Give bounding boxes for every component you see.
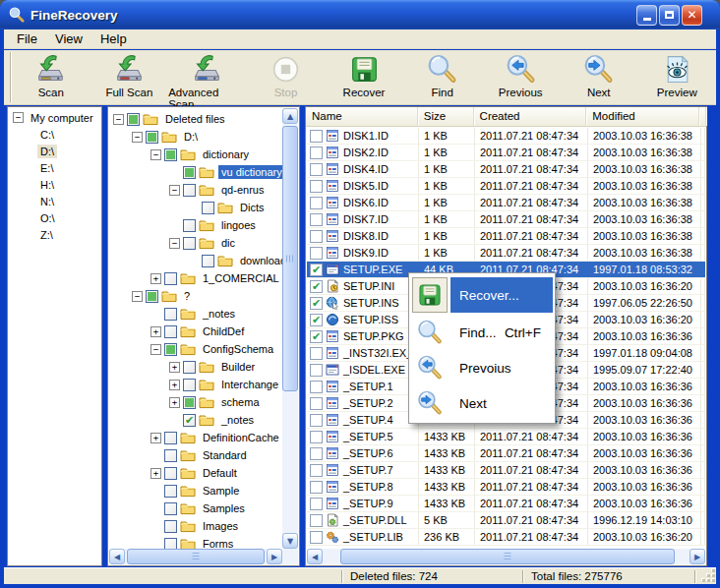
- tree-checkbox[interactable]: [164, 308, 177, 321]
- scroll-track[interactable]: [125, 549, 267, 564]
- tree-checkbox[interactable]: [202, 255, 214, 267]
- resize-grip[interactable]: [702, 569, 716, 583]
- collapse-icon[interactable]: −: [169, 185, 180, 196]
- scroll-track[interactable]: [282, 124, 298, 533]
- scroll-right-icon[interactable]: ▶: [690, 549, 705, 564]
- tree-item-my-computer[interactable]: −My computer: [8, 109, 101, 126]
- file-row-setup-6[interactable]: _SETUP.61433 KB2011.07.21 08:47:342003.1…: [307, 445, 705, 462]
- tree-checkbox[interactable]: [146, 131, 158, 144]
- context-menu-item-find[interactable]: Find...Ctrl+F: [411, 315, 553, 350]
- tree-checkbox[interactable]: [164, 449, 177, 462]
- file-checkbox[interactable]: [310, 514, 323, 527]
- file-checkbox[interactable]: [310, 147, 323, 159]
- tree-item-drive-o[interactable]: O:\: [8, 209, 101, 226]
- file-checkbox[interactable]: [310, 364, 323, 377]
- tree-item-1-comercial[interactable]: + 1_COMERCIAL: [109, 269, 282, 287]
- tree-checkbox[interactable]: [183, 166, 196, 179]
- tree-checkbox[interactable]: ✔: [183, 414, 196, 427]
- tree-checkbox[interactable]: [164, 467, 177, 480]
- file-checkbox[interactable]: [310, 481, 323, 494]
- file-checkbox[interactable]: [310, 130, 323, 143]
- tree-item-drive-d[interactable]: D:\: [8, 143, 101, 159]
- tree-checkbox[interactable]: [183, 379, 196, 391]
- scroll-thumb[interactable]: [282, 126, 298, 391]
- expand-icon[interactable]: +: [150, 326, 161, 337]
- tree-item-configschema[interactable]: − ConfigSchema: [109, 340, 282, 358]
- column-header-size[interactable]: Size: [418, 107, 474, 126]
- column-header-created[interactable]: Created: [474, 107, 587, 126]
- scroll-right-icon[interactable]: ▶: [267, 549, 282, 564]
- tree-item-forms[interactable]: Forms: [109, 535, 282, 549]
- tree-checkbox[interactable]: [146, 290, 158, 303]
- file-checkbox[interactable]: [310, 230, 323, 243]
- scroll-thumb[interactable]: [127, 549, 265, 564]
- tree-checkbox[interactable]: [183, 184, 196, 197]
- tree-item-childdef[interactable]: + ChildDef: [109, 323, 282, 340]
- file-checkbox[interactable]: [310, 397, 323, 410]
- tree-item-vu-dictionary[interactable]: vu dictionary: [109, 163, 282, 181]
- scroll-thumb[interactable]: [340, 549, 675, 564]
- folder-tree-vscrollbar[interactable]: ▲ ▼: [282, 108, 298, 549]
- tree-checkbox[interactable]: [164, 343, 177, 356]
- scroll-down-icon[interactable]: ▼: [282, 533, 298, 549]
- minimize-button[interactable]: [636, 5, 657, 26]
- tree-item-drive-z[interactable]: Z:\: [8, 226, 101, 243]
- tree-item-standard[interactable]: Standard: [109, 446, 282, 464]
- file-checkbox[interactable]: ✔: [310, 314, 323, 326]
- close-button[interactable]: ✕: [682, 5, 702, 26]
- tree-checkbox[interactable]: [164, 325, 177, 338]
- menu-item-view[interactable]: View: [46, 29, 91, 48]
- toolbar-button-previous[interactable]: Previous: [481, 50, 560, 104]
- collapse-icon[interactable]: −: [169, 238, 180, 249]
- scroll-left-icon[interactable]: ◀: [109, 549, 125, 564]
- expand-icon[interactable]: +: [169, 362, 180, 373]
- menu-item-file[interactable]: File: [8, 29, 46, 48]
- tree-checkbox[interactable]: [183, 361, 196, 374]
- tree-checkbox[interactable]: [183, 219, 196, 232]
- file-row-disk1-id[interactable]: DISK1.ID1 KB2011.07.21 08:47:342003.10.0…: [307, 128, 705, 145]
- tree-item-dictionary[interactable]: − dictionary: [109, 146, 282, 163]
- tree-checkbox[interactable]: [164, 538, 177, 550]
- tree-item-images[interactable]: Images: [109, 517, 282, 535]
- context-menu-item-recover[interactable]: Recover...: [411, 275, 553, 315]
- collapse-icon[interactable]: −: [132, 132, 143, 143]
- tree-item-qd-enrus[interactable]: − qd-enrus: [109, 181, 282, 199]
- collapse-icon[interactable]: −: [150, 344, 161, 355]
- collapse-icon[interactable]: −: [132, 291, 143, 302]
- tree-item-lingoes[interactable]: lingoes: [109, 216, 282, 234]
- tree-checkbox[interactable]: [202, 202, 214, 214]
- file-row-disk9-id[interactable]: DISK9.ID1 KB2011.07.21 08:47:342003.10.0…: [307, 245, 705, 262]
- file-checkbox[interactable]: ✔: [310, 264, 323, 276]
- file-row-disk5-id[interactable]: DISK5.ID1 KB2011.07.21 08:47:342003.10.0…: [307, 178, 705, 195]
- expand-icon[interactable]: +: [150, 273, 161, 284]
- file-list-hscrollbar[interactable]: ◀ ▶: [307, 549, 705, 564]
- file-row-disk4-id[interactable]: DISK4.ID1 KB2011.07.21 08:47:342003.10.0…: [307, 161, 705, 178]
- tree-checkbox[interactable]: [127, 113, 140, 126]
- tree-checkbox[interactable]: [164, 148, 177, 161]
- toolbar-button-find[interactable]: Find: [403, 50, 482, 104]
- file-checkbox[interactable]: [310, 447, 323, 460]
- tree-item-item[interactable]: − ?: [109, 287, 282, 305]
- scroll-left-icon[interactable]: ◀: [307, 549, 323, 564]
- tree-item-default[interactable]: + Default: [109, 464, 282, 482]
- tree-item-interchange[interactable]: + Interchange: [109, 376, 282, 393]
- file-checkbox[interactable]: ✔: [310, 280, 323, 293]
- tree-checkbox[interactable]: [164, 520, 177, 533]
- file-checkbox[interactable]: ✔: [310, 297, 323, 310]
- toolbar-button-advanced-scan[interactable]: Advanced Scan: [168, 50, 247, 104]
- tree-item-drive-c[interactable]: C:\: [8, 126, 101, 143]
- tree-item-drive-e[interactable]: E:\: [8, 159, 101, 176]
- file-row-disk8-id[interactable]: DISK8.ID1 KB2011.07.21 08:47:342003.10.0…: [307, 228, 705, 245]
- tree-item-download[interactable]: download: [109, 252, 282, 269]
- tree-item-notes[interactable]: ✔ _notes: [109, 411, 282, 429]
- tree-item-samples[interactable]: Samples: [109, 500, 282, 517]
- folder-tree-hscrollbar[interactable]: ◀ ▶: [109, 549, 282, 564]
- tree-item-drive-h[interactable]: H:\: [8, 176, 101, 193]
- file-row-disk7-id[interactable]: DISK7.ID1 KB2011.07.21 08:47:342003.10.0…: [307, 211, 705, 228]
- toolbar-button-full-scan[interactable]: Full Scan: [90, 50, 169, 104]
- expand-icon[interactable]: +: [169, 397, 180, 408]
- file-checkbox[interactable]: ✔: [310, 330, 323, 343]
- tree-item-dicts[interactable]: Dicts: [109, 199, 282, 216]
- expand-icon[interactable]: +: [150, 433, 161, 443]
- maximize-button[interactable]: [659, 5, 680, 26]
